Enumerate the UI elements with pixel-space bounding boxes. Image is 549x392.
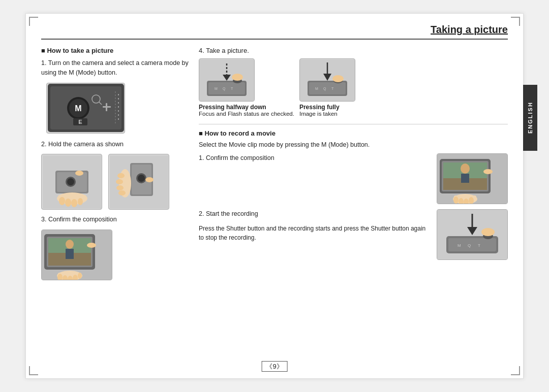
pressing-fully-illustration: M Q T — [299, 58, 355, 102]
record-step2-detail: Press the Shutter button and the recordi… — [199, 224, 429, 243]
svg-text:T: T — [478, 243, 480, 248]
svg-rect-17 — [118, 110, 119, 112]
left-section-heading: How to take a picture — [41, 47, 189, 54]
record-step1-label: 1. Confirm the composition — [199, 153, 426, 163]
record-shutter-illustration: M Q T — [437, 209, 508, 260]
svg-rect-84 — [461, 174, 469, 183]
pressing-halfway-labels: Pressing halfway down Focus and Flash st… — [199, 104, 294, 117]
step-3: 3. Confirm the composition — [41, 215, 189, 224]
record-shutter-svg: M Q T — [437, 210, 507, 259]
svg-rect-13 — [118, 94, 119, 95]
composition-svg — [42, 230, 112, 280]
svg-rect-14 — [118, 98, 119, 100]
svg-point-27 — [59, 197, 65, 205]
svg-rect-19 — [118, 118, 119, 120]
record-step1-illustration — [437, 153, 508, 204]
pressing-halfway-illustration: M Q T — [199, 58, 255, 102]
svg-text:T: T — [331, 87, 334, 90]
svg-rect-8 — [106, 103, 107, 111]
camera-mode-svg: M E — [48, 84, 124, 132]
record-composition-illustration — [437, 153, 508, 204]
svg-point-42 — [145, 177, 154, 182]
svg-point-77 — [332, 75, 344, 82]
camera-mode-illustration: M E — [46, 83, 125, 134]
svg-point-29 — [71, 199, 77, 207]
svg-text:M: M — [75, 104, 81, 113]
svg-text:Q: Q — [468, 243, 471, 248]
svg-point-56 — [78, 273, 82, 279]
divider — [199, 124, 508, 124]
svg-point-91 — [483, 169, 493, 174]
side-tab: ENGLISH — [523, 85, 537, 151]
pressing-halfway-sub: Focus and Flash status are checked. — [199, 111, 294, 117]
shutter-illustrations: M Q T Pressing halfway down Focus and Fl… — [199, 58, 508, 117]
corner-tr — [511, 17, 520, 26]
svg-rect-15 — [118, 102, 119, 104]
record-section: How to record a movie Select the Movie c… — [199, 129, 508, 260]
take-picture-label: 4. Take a picture. — [199, 47, 508, 54]
svg-point-101 — [481, 228, 495, 236]
svg-point-67 — [232, 74, 243, 81]
record-step1-text: 1. Confirm the composition — [199, 153, 426, 168]
take-picture-section: 4. Take a picture. — [199, 47, 508, 117]
svg-rect-72 — [309, 82, 346, 94]
svg-point-41 — [118, 190, 126, 195]
svg-point-39 — [116, 179, 123, 184]
svg-text:M: M — [458, 243, 461, 248]
svg-point-48 — [66, 240, 74, 249]
svg-point-83 — [461, 164, 470, 174]
record-intro: Select the Movie clip mode by pressing t… — [199, 141, 508, 148]
corner-bl — [29, 366, 38, 375]
record-step1: 1. Confirm the composition — [199, 153, 508, 204]
svg-point-28 — [65, 199, 71, 207]
svg-rect-62 — [208, 82, 245, 94]
svg-point-40 — [116, 185, 124, 190]
svg-point-87 — [453, 197, 459, 204]
record-heading: How to record a movie — [199, 129, 508, 137]
main-columns: How to take a picture 1. Turn on the cam… — [41, 47, 508, 280]
svg-text:M: M — [215, 87, 218, 90]
hold-horizontal-illustration — [41, 154, 102, 210]
right-column: 4. Take a picture. — [199, 47, 508, 280]
pressing-halfway-svg: M Q T — [199, 59, 254, 101]
record-step2-text: 2. Start the recording Press the Shutter… — [199, 209, 429, 243]
step-2: 2. Hold the camera as shown — [41, 140, 189, 149]
pressing-fully-title: Pressing fully — [299, 104, 355, 111]
corner-tl — [29, 17, 38, 26]
pressing-fully-svg: M Q T — [300, 59, 355, 101]
page-title: Taking a picture — [41, 24, 508, 40]
svg-rect-96 — [448, 238, 496, 251]
page-number: 《9》 — [261, 362, 287, 371]
svg-text:T: T — [231, 87, 233, 90]
pressing-fully-sub: Image is taken — [299, 111, 355, 117]
svg-point-38 — [117, 173, 125, 178]
record-step2: 2. Start the recording Press the Shutter… — [199, 209, 508, 260]
svg-rect-18 — [118, 114, 119, 116]
left-column: How to take a picture 1. Turn on the cam… — [41, 47, 189, 280]
svg-rect-16 — [118, 106, 119, 108]
hold-vertical-illustration — [108, 154, 169, 210]
svg-rect-49 — [66, 249, 74, 259]
record-step2-illustration: M Q T — [437, 209, 508, 260]
svg-text:Q: Q — [223, 87, 226, 91]
hold-horizontal-svg — [43, 155, 101, 209]
svg-text:M: M — [315, 87, 318, 90]
svg-point-31 — [75, 171, 83, 176]
svg-point-57 — [87, 243, 96, 248]
record-step2-label: 2. Start the recording — [199, 209, 429, 219]
svg-point-24 — [67, 178, 74, 185]
pressing-fully-group: M Q T Pressing fully Image is taken — [299, 58, 355, 117]
step-1: 1. Turn on the camera and select a camer… — [41, 58, 189, 78]
svg-point-36 — [138, 175, 145, 182]
pressing-fully-labels: Pressing fully Image is taken — [299, 104, 355, 117]
composition-illustration — [41, 230, 112, 280]
record-comp-svg — [437, 154, 507, 204]
svg-text:E: E — [78, 119, 82, 125]
svg-point-30 — [78, 198, 83, 205]
svg-text:Q: Q — [323, 87, 326, 91]
corner-br — [511, 366, 520, 375]
page: ENGLISH Taking a picture How to take a p… — [25, 13, 524, 379]
pressing-halfway-group: M Q T Pressing halfway down Focus and Fl… — [199, 58, 294, 117]
hold-camera-illustrations — [41, 154, 189, 210]
hold-vertical-svg — [110, 155, 168, 209]
